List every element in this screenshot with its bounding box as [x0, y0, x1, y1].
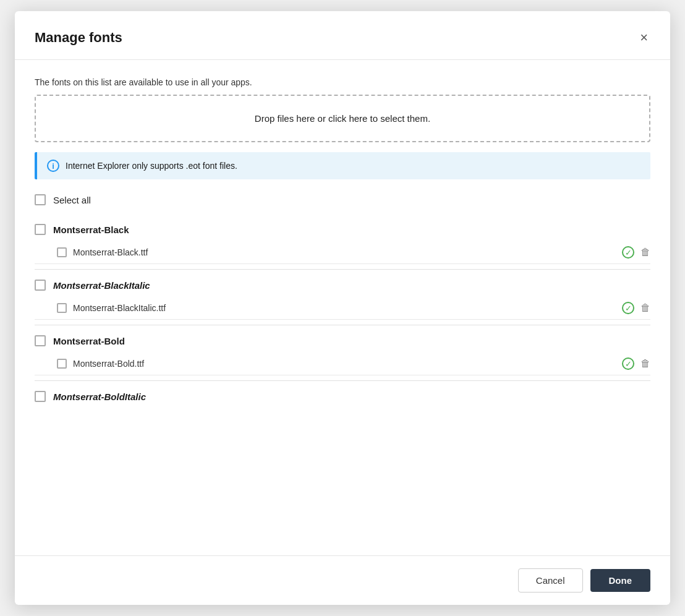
font-group-name-montserrat-black: Montserrat-Black — [53, 225, 129, 235]
font-file-name: Montserrat-Black.ttf — [73, 247, 616, 257]
font-file-row-montserrat-black-ttf: Montserrat-Black.ttf ✓ 🗑 — [35, 241, 650, 264]
font-list[interactable]: Montserrat-Black Montserrat-Black.ttf ✓ … — [35, 214, 650, 413]
close-button[interactable]: × — [637, 28, 650, 47]
font-group-header: Montserrat-BoldItalic — [35, 391, 650, 402]
font-file-checkbox-montserrat-bold-ttf[interactable] — [57, 359, 67, 369]
info-message: Internet Explorer only supports .eot fon… — [66, 161, 237, 171]
font-group-checkbox-montserrat-bold[interactable] — [35, 335, 46, 346]
font-group-montserrat-black: Montserrat-Black Montserrat-Black.ttf ✓ … — [35, 214, 650, 269]
status-ok-icon: ✓ — [622, 246, 634, 259]
dropzone-label: Drop files here or click here to select … — [255, 113, 430, 124]
font-group-montserrat-blackitalic: Montserrat-BlackItalic Montserrat-BlackI… — [35, 270, 650, 325]
select-all-row: Select all — [35, 192, 650, 208]
font-file-row-montserrat-bold-ttf: Montserrat-Bold.ttf ✓ 🗑 — [35, 353, 650, 375]
font-group-checkbox-montserrat-blackitalic[interactable] — [35, 280, 46, 291]
status-ok-icon: ✓ — [622, 302, 634, 314]
dialog-footer: Cancel Done — [15, 555, 670, 605]
done-button[interactable]: Done — [590, 569, 651, 592]
dialog-title: Manage fonts — [35, 30, 122, 46]
delete-icon[interactable]: 🗑 — [640, 247, 650, 258]
dropzone[interactable]: Drop files here or click here to select … — [35, 95, 650, 142]
dialog-body: The fonts on this list are available to … — [15, 60, 670, 555]
font-group-header: Montserrat-Black — [35, 224, 650, 235]
manage-fonts-dialog: Manage fonts × The fonts on this list ar… — [15, 11, 670, 605]
font-file-name: Montserrat-BlackItalic.ttf — [73, 303, 616, 313]
font-group-header: Montserrat-BlackItalic — [35, 280, 650, 291]
delete-icon[interactable]: 🗑 — [640, 302, 650, 314]
status-ok-icon: ✓ — [622, 357, 634, 370]
font-file-name: Montserrat-Bold.ttf — [73, 359, 616, 369]
cancel-button[interactable]: Cancel — [518, 568, 583, 592]
font-group-montserrat-bolditalic: Montserrat-BoldItalic — [35, 381, 650, 413]
font-group-montserrat-bold: Montserrat-Bold Montserrat-Bold.ttf ✓ 🗑 — [35, 325, 650, 380]
subtitle-text: The fonts on this list are available to … — [35, 77, 650, 87]
info-icon: i — [47, 160, 59, 172]
file-actions: ✓ 🗑 — [622, 357, 650, 370]
font-file-checkbox-montserrat-blackitalic-ttf[interactable] — [57, 303, 67, 313]
font-group-checkbox-montserrat-bolditalic[interactable] — [35, 391, 46, 402]
info-banner: i Internet Explorer only supports .eot f… — [35, 152, 650, 179]
select-all-checkbox[interactable] — [35, 194, 46, 205]
font-group-name-montserrat-bold: Montserrat-Bold — [53, 336, 125, 346]
dialog-header: Manage fonts × — [15, 11, 670, 60]
font-group-name-montserrat-bolditalic: Montserrat-BoldItalic — [53, 391, 146, 402]
font-group-header: Montserrat-Bold — [35, 335, 650, 346]
font-group-checkbox-montserrat-black[interactable] — [35, 224, 46, 235]
file-actions: ✓ 🗑 — [622, 246, 650, 259]
file-actions: ✓ 🗑 — [622, 302, 650, 314]
select-all-label: Select all — [53, 195, 91, 205]
font-file-row-montserrat-blackitalic-ttf: Montserrat-BlackItalic.ttf ✓ 🗑 — [35, 297, 650, 320]
font-file-checkbox-montserrat-black-ttf[interactable] — [57, 247, 67, 257]
font-group-name-montserrat-blackitalic: Montserrat-BlackItalic — [53, 280, 150, 291]
delete-icon[interactable]: 🗑 — [640, 358, 650, 369]
